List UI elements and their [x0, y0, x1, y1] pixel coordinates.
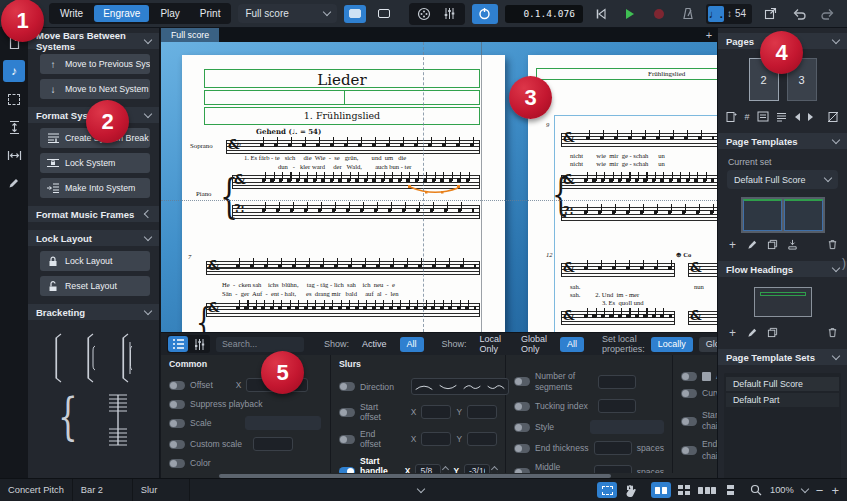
start-handle-y-stepper[interactable] [464, 464, 497, 473]
duplicate-flow-heading-button[interactable] [766, 326, 779, 339]
filter-view-button[interactable] [189, 336, 209, 352]
lyrics-line[interactable]: Sän - ger Auf - ent - halt, es drang mir… [222, 290, 399, 297]
lyrics-line[interactable]: sah. [570, 283, 580, 290]
piano-bass-notes[interactable] [262, 202, 474, 212]
start-pos-toggle[interactable] [681, 417, 697, 426]
custom-scale-input[interactable] [253, 437, 293, 451]
condensing-tool-button[interactable] [3, 172, 25, 194]
view-horizontal-button[interactable] [697, 482, 717, 498]
bracket-option[interactable] [53, 332, 65, 384]
move-left-button[interactable] [794, 110, 800, 123]
lock-layout-button[interactable]: Lock Layout [40, 251, 150, 271]
tempo-marking[interactable]: Gehend (♩. = 54) [256, 127, 376, 136]
barline-join-option[interactable] [107, 392, 129, 448]
selected-slur[interactable] [407, 183, 461, 195]
slur-up-option[interactable] [412, 379, 436, 394]
end-offset-y-input[interactable] [467, 432, 497, 446]
mixer-button[interactable] [439, 5, 461, 23]
frames-tool-button[interactable] [3, 88, 25, 110]
edit-template-button[interactable] [746, 238, 759, 251]
segments-toggle[interactable] [514, 377, 530, 386]
lyrics-line[interactable]: nicht wie mir ge - schah un [570, 160, 665, 167]
edit-flow-heading-button[interactable] [746, 326, 759, 339]
duplicate-template-button[interactable] [766, 238, 779, 251]
lyrics-line[interactable]: 1. Es färb - te sich die Wie - se grün, … [244, 154, 406, 161]
score-page-1[interactable]: Lieder 1. Frühlingslied Gehend (♩. = 54)… [182, 55, 505, 332]
redo-button[interactable] [817, 5, 839, 23]
avoid-checkbox[interactable] [702, 372, 711, 381]
curvature-toggle[interactable] [681, 389, 697, 398]
start-handle-toggle[interactable] [339, 467, 355, 474]
segments-input[interactable] [598, 375, 636, 389]
import-template-button[interactable] [786, 238, 799, 251]
concert-pitch-indicator[interactable]: Concert Pitch [0, 479, 73, 501]
section-lock-layout[interactable]: Lock Layout [28, 230, 159, 246]
move-to-previous-system-button[interactable]: ↑ Move to Previous System [40, 54, 150, 74]
style-toggle[interactable] [514, 423, 530, 432]
empty-text-frame-left[interactable] [204, 90, 345, 105]
hand-tool-button[interactable] [620, 482, 640, 498]
template-set-select[interactable]: Default Full Score [727, 170, 838, 189]
piano-treble-notes[interactable] [584, 172, 714, 182]
mode-print[interactable]: Print [191, 5, 230, 22]
end-offset-toggle[interactable] [339, 435, 355, 444]
zoom-level[interactable]: 100% [770, 485, 794, 495]
custom-scale-toggle[interactable] [169, 440, 185, 449]
color-toggle[interactable] [169, 459, 185, 468]
avoid-toggle[interactable] [681, 372, 697, 381]
graphic-editing-tool-button[interactable]: ♪ [3, 60, 25, 82]
soprano-notes[interactable] [260, 137, 478, 147]
start-offset-x-input[interactable] [421, 405, 451, 419]
move-right-button[interactable] [807, 110, 813, 123]
lyrics-line[interactable]: 3. Es quoll und [602, 299, 644, 306]
activate-project-button[interactable] [472, 4, 498, 24]
add-template-button[interactable]: + [726, 238, 739, 251]
view-vertical-button[interactable] [720, 482, 740, 498]
insert-flow-button[interactable] [776, 110, 787, 123]
chevron-down-icon[interactable] [801, 484, 809, 492]
undo-button[interactable] [788, 5, 810, 23]
global-only-button[interactable]: Global Only [514, 337, 554, 352]
single-window-view-button[interactable] [344, 5, 366, 23]
slur-s-option[interactable] [460, 379, 484, 394]
start-handle-x-stepper[interactable] [415, 464, 448, 473]
soprano-notes[interactable] [586, 130, 714, 140]
end-thickness-toggle[interactable] [514, 444, 530, 453]
go-to-start-button[interactable] [590, 5, 612, 23]
start-handle-x-input[interactable] [415, 464, 441, 473]
flow-heading-thumbnail[interactable] [754, 287, 812, 317]
offset-toggle[interactable] [169, 381, 185, 390]
remove-overrides-button[interactable] [827, 110, 839, 123]
tucking-toggle[interactable] [514, 402, 530, 411]
empty-text-frame-right[interactable] [344, 90, 480, 105]
bracket-subsub-option[interactable] [117, 332, 135, 384]
show-active-button[interactable]: Active [355, 337, 394, 352]
template-set-item[interactable]: Default Part [726, 393, 839, 407]
collapse-panel-chevron[interactable] [417, 484, 425, 492]
mode-engrave[interactable]: Engrave [94, 5, 149, 22]
soprano-notes-2[interactable] [584, 260, 672, 270]
full-window-view-button[interactable] [373, 5, 395, 23]
record-button[interactable] [648, 5, 670, 23]
properties-search-input[interactable] [216, 337, 304, 352]
slur-down-option[interactable] [436, 379, 460, 394]
stepper-arrows-icon[interactable] [443, 467, 448, 474]
play-button[interactable] [619, 5, 641, 23]
new-tab-button[interactable]: + [701, 28, 717, 42]
suppress-playback-toggle[interactable] [169, 400, 185, 409]
video-button[interactable] [413, 5, 435, 23]
page-number-change-button[interactable]: # [744, 110, 750, 123]
lyrics-line[interactable]: dun - kler ward der Wald, auch bun - ter [278, 163, 412, 170]
middle-thickness-input[interactable] [594, 465, 632, 473]
section-move-bars[interactable]: Move Bars Between Systems [28, 33, 159, 49]
view-spread-button[interactable] [651, 482, 671, 498]
section-page-template-sets[interactable]: Page Template Sets [718, 349, 847, 365]
slur-s-reverse-option[interactable] [484, 379, 508, 394]
piano-treble-notes-2[interactable] [584, 308, 672, 318]
mode-play[interactable]: Play [151, 5, 188, 22]
template-thumbnail[interactable] [741, 197, 825, 233]
reset-layout-button[interactable]: Reset Layout [40, 276, 150, 296]
stepper-arrows-icon[interactable] [492, 467, 497, 474]
add-flow-heading-button[interactable]: + [726, 326, 739, 339]
start-offset-toggle[interactable] [339, 408, 355, 417]
